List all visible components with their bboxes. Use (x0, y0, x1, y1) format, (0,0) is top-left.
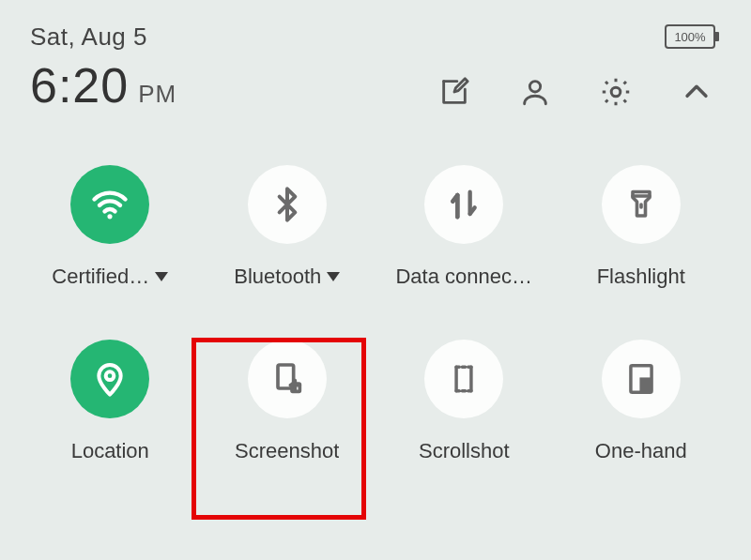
settings-button[interactable] (597, 73, 635, 111)
tile-label: Scrollshot (419, 439, 510, 463)
tile-data[interactable]: Data connec… (380, 165, 548, 289)
user-icon (519, 76, 551, 108)
tile-label-text: Screenshot (235, 439, 339, 463)
battery-indicator: 100% (665, 24, 721, 49)
edit-button[interactable] (436, 73, 473, 111)
tile-scrollshot-circle (424, 340, 503, 418)
collapse-button[interactable] (678, 73, 715, 111)
battery-icon: 100% (665, 24, 721, 49)
tile-wifi-circle (70, 165, 149, 244)
tile-wifi[interactable]: Certified… (26, 165, 194, 289)
screenshot-icon (268, 358, 306, 400)
chevron-down-icon (155, 272, 168, 281)
date-time-block: Sat, Aug 5 6:20 PM (30, 23, 176, 114)
svg-rect-1 (714, 32, 719, 41)
svg-rect-15 (639, 377, 651, 392)
ampm-label: PM (138, 80, 176, 109)
tile-onehand[interactable]: One-hand (558, 340, 726, 463)
onehand-icon (623, 358, 659, 400)
tile-onehand-circle (602, 340, 681, 418)
tile-label-text: Certified… (52, 265, 149, 289)
chevron-up-icon (681, 76, 713, 108)
tile-flashlight[interactable]: Flashlight (558, 165, 726, 289)
battery-text: 100% (674, 30, 706, 44)
wifi-icon (89, 184, 130, 225)
tile-location-circle (70, 340, 149, 418)
svg-point-7 (106, 371, 115, 380)
time-row: 6:20 PM (30, 57, 176, 114)
svg-point-2 (529, 82, 540, 92)
flashlight-icon (624, 184, 658, 225)
edit-icon (438, 76, 470, 108)
scrollshot-icon (446, 358, 482, 400)
tile-scrollshot[interactable]: Scrollshot (380, 340, 548, 463)
tile-label-text: Location (71, 439, 149, 463)
svg-point-3 (611, 87, 621, 97)
time-label: 6:20 (30, 57, 129, 114)
gear-icon (599, 75, 633, 109)
tile-label-text: One-hand (595, 439, 687, 463)
data-icon (445, 184, 483, 225)
tile-screenshot[interactable]: Screenshot (204, 340, 372, 463)
tile-bluetooth-circle (248, 165, 327, 244)
tile-screenshot-circle (248, 340, 327, 418)
chevron-down-icon (327, 272, 340, 281)
tile-label: Screenshot (235, 439, 339, 463)
svg-point-4 (108, 214, 113, 219)
tile-label: One-hand (595, 439, 687, 463)
tile-label: Flashlight (597, 265, 685, 289)
date-label: Sat, Aug 5 (30, 23, 176, 52)
tile-label: Location (71, 439, 149, 463)
tile-data-circle (424, 165, 503, 244)
tile-label: Certified… (52, 265, 168, 289)
tile-label-text: Bluetooth (234, 265, 321, 289)
quick-tiles-grid: Certified… Bluetooth Data connec… (0, 165, 751, 463)
tile-label-text: Data connec… (395, 265, 532, 289)
tile-bluetooth[interactable]: Bluetooth (204, 165, 372, 289)
top-actions-row (436, 73, 715, 111)
tile-label-text: Flashlight (597, 265, 685, 289)
tile-flashlight-circle (602, 165, 681, 244)
profile-button[interactable] (516, 73, 554, 111)
tile-location[interactable]: Location (26, 340, 194, 463)
tile-label-text: Scrollshot (419, 439, 510, 463)
tile-label: Bluetooth (234, 265, 340, 289)
location-icon (91, 357, 129, 401)
tile-label: Data connec… (395, 265, 532, 289)
bluetooth-icon (268, 184, 306, 225)
